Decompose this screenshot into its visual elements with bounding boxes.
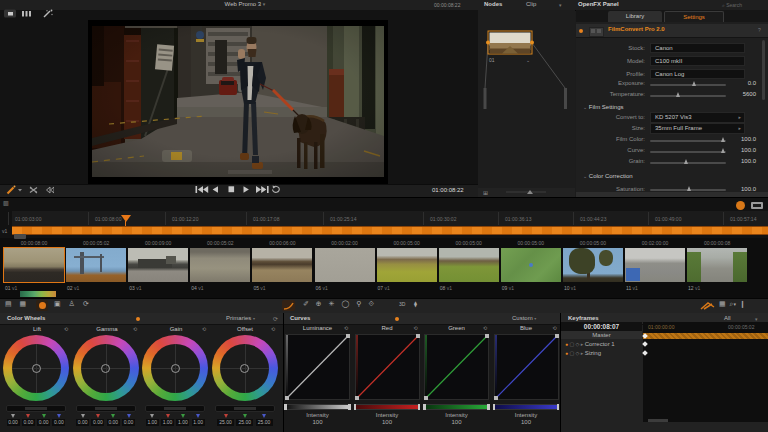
svg-text:⊞: ⊞ — [483, 190, 488, 196]
svg-text:01: 01 — [489, 57, 495, 63]
svg-text:⌄: ⌄ — [526, 57, 530, 63]
